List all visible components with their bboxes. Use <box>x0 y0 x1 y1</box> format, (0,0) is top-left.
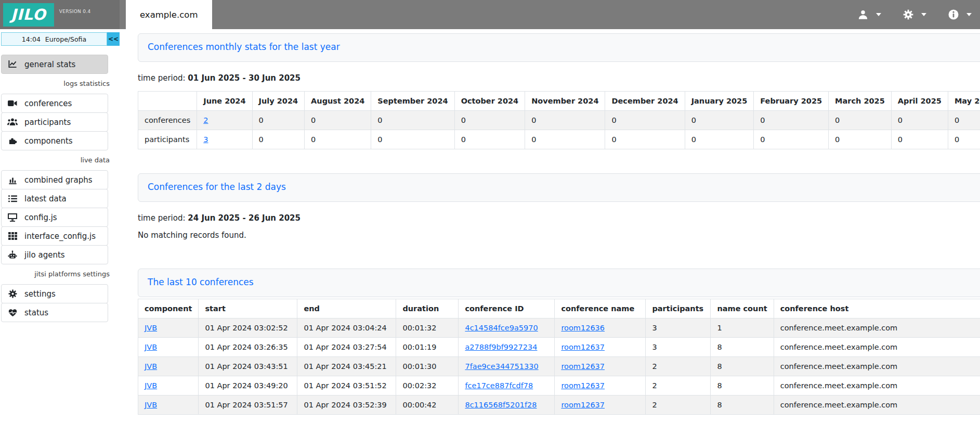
month-header: July 2024 <box>252 92 305 111</box>
app-version: VERSION 0.4 <box>59 9 91 14</box>
sidebar-item-combined-graphs[interactable]: combined graphs <box>1 170 108 189</box>
cell-duration: 00:01:19 <box>396 338 459 357</box>
component-link[interactable]: JVB <box>145 381 157 390</box>
sidebar-item-components[interactable]: components <box>1 131 108 150</box>
row-label: participants <box>138 130 197 149</box>
month-header: February 2025 <box>754 92 829 111</box>
conference-id-link[interactable]: a2788f9bf9927234 <box>465 343 537 351</box>
cell-participants: 3 <box>646 318 711 338</box>
component-link[interactable]: JVB <box>145 362 157 371</box>
chart-line-icon <box>7 60 18 69</box>
table-row: JVB 01 Apr 2024 03:51:57 01 Apr 2024 03:… <box>138 396 980 415</box>
table-header-row: component start end duration conference … <box>138 299 980 318</box>
sidebar-item-label: settings <box>24 289 56 299</box>
conference-name-link[interactable]: room12637 <box>561 343 605 351</box>
participants-count-link[interactable]: 3 <box>203 135 208 144</box>
sidebar-item-config-js[interactable]: config.js <box>1 208 108 227</box>
sidebar-item-label: conferences <box>24 99 72 108</box>
user-menu[interactable] <box>858 9 881 20</box>
sidebar-item-conferences[interactable]: conferences <box>1 94 108 113</box>
cell-end: 01 Apr 2024 03:52:39 <box>297 396 396 415</box>
sidebar-item-participants[interactable]: participants <box>1 112 108 132</box>
sidebar-item-label: status <box>24 308 48 317</box>
conference-name-link[interactable]: room12637 <box>561 362 605 371</box>
section-title-last-10-conferences: The last 10 conferences <box>138 269 980 297</box>
cell: 0 <box>305 111 371 130</box>
column-header: end <box>297 299 396 318</box>
monthly-time-period: time period: 01 Jun 2025 - 30 Jun 2025 <box>138 73 980 83</box>
settings-menu[interactable] <box>903 9 926 20</box>
time-period-label: time period: <box>138 73 186 83</box>
table-row: JVB 01 Apr 2024 03:43:51 01 Apr 2024 03:… <box>138 357 980 376</box>
conference-id-link[interactable]: fce17ce887fcdf78 <box>465 381 533 390</box>
month-header: January 2025 <box>685 92 754 111</box>
cell: 0 <box>891 111 948 130</box>
cell-start: 01 Apr 2024 03:02:52 <box>199 318 297 338</box>
list-icon <box>7 195 18 202</box>
cell: 0 <box>754 130 829 149</box>
sidebar-item-latest-data[interactable]: latest data <box>1 189 108 208</box>
column-header: conference name <box>555 299 646 318</box>
sidebar-collapse-button[interactable]: << <box>107 32 120 46</box>
conference-id-link[interactable]: 7fae9ce344751330 <box>465 362 538 371</box>
cell: 0 <box>371 130 454 149</box>
sidebar-item-label: combined graphs <box>24 175 92 185</box>
conferences-count-link[interactable]: 2 <box>203 116 208 124</box>
cell: 0 <box>454 130 525 149</box>
conference-id-link[interactable]: 8c116568f5201f28 <box>465 401 537 409</box>
cell-duration: 00:01:32 <box>396 318 459 338</box>
month-header: December 2024 <box>605 92 685 111</box>
clock-time: 14:04 <box>22 35 41 43</box>
component-link[interactable]: JVB <box>145 401 157 409</box>
cell-start: 01 Apr 2024 03:49:20 <box>199 376 297 396</box>
column-header: conference host <box>774 299 980 318</box>
conference-name-link[interactable]: room12637 <box>561 401 605 409</box>
cell: 0 <box>525 111 605 130</box>
sidebar-item-jilo-agents[interactable]: jilo agents <box>1 245 108 264</box>
sidebar-item-label: jilo agents <box>24 250 65 260</box>
cell-end: 01 Apr 2024 03:04:24 <box>297 318 396 338</box>
sidebar-item-label: config.js <box>24 213 57 222</box>
gear-icon <box>903 9 913 20</box>
sidebar-item-general-stats[interactable]: general stats <box>1 55 108 74</box>
month-header: April 2025 <box>891 92 948 111</box>
sidebar-item-interface-config-js[interactable]: interface_config.js <box>1 226 108 246</box>
sidebar-item-settings[interactable]: settings <box>1 284 108 303</box>
heart-pulse-icon <box>7 309 18 317</box>
conference-name-link[interactable]: room12636 <box>561 324 605 332</box>
chevron-down-icon <box>921 13 926 16</box>
sidebar-item-status[interactable]: status <box>1 303 108 322</box>
tab-example-com[interactable]: example.com <box>126 0 212 29</box>
table-header-row: June 2024 July 2024 August 2024 Septembe… <box>138 92 980 111</box>
monthly-stats-table: June 2024 July 2024 August 2024 Septembe… <box>138 91 980 149</box>
table-row: JVB 01 Apr 2024 03:26:35 01 Apr 2024 03:… <box>138 338 980 357</box>
brand-area: JILO VERSION 0.4 <box>0 0 120 29</box>
column-header: participants <box>646 299 711 318</box>
cell-end: 01 Apr 2024 03:51:52 <box>297 376 396 396</box>
table-row: JVB 01 Apr 2024 03:02:52 01 Apr 2024 03:… <box>138 318 980 338</box>
users-icon <box>7 118 18 126</box>
cell-participants: 2 <box>646 357 711 376</box>
sidebar: 14:04 Europe/Sofia << general stats logs… <box>0 29 120 421</box>
grid-icon <box>7 232 18 240</box>
cell-duration: 00:00:42 <box>396 396 459 415</box>
cell-conference-host: conference.meet.example.com <box>774 396 980 415</box>
cell-duration: 00:01:30 <box>396 357 459 376</box>
row-label: conferences <box>138 111 197 130</box>
component-link[interactable]: JVB <box>145 324 157 332</box>
sidebar-section-logs-statistics: logs statistics <box>0 80 120 87</box>
cell: 0 <box>252 130 305 149</box>
month-header: March 2025 <box>829 92 892 111</box>
info-menu[interactable] <box>948 9 972 20</box>
conference-id-link[interactable]: 4c14584fce9a5970 <box>465 324 538 332</box>
chart-column-icon <box>7 176 18 184</box>
column-header: duration <box>396 299 459 318</box>
month-header: August 2024 <box>305 92 371 111</box>
cell: 0 <box>754 111 829 130</box>
column-header: conference ID <box>459 299 555 318</box>
cell-name-count: 8 <box>711 338 774 357</box>
component-link[interactable]: JVB <box>145 343 157 351</box>
conference-name-link[interactable]: room12637 <box>561 381 605 390</box>
clock-display: 14:04 Europe/Sofia <box>1 32 107 46</box>
cell: 0 <box>605 111 685 130</box>
